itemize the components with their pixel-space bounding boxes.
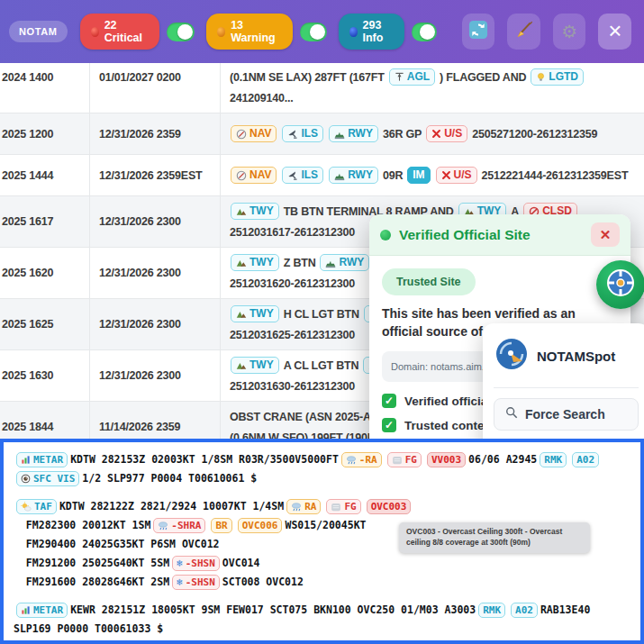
tag-label: FG (344, 500, 356, 513)
tag-label: U/S (444, 127, 462, 141)
vv003-tag[interactable]: VV003 (427, 452, 466, 467)
a02-tag[interactable]: A02 (511, 603, 538, 618)
ils-tag[interactable]: ILS (282, 125, 323, 142)
text-segment: SCT008 OVC012 (222, 576, 304, 588)
trusted-site-badge: Trusted Site (382, 268, 476, 295)
runway-icon (334, 170, 345, 181)
-ra-tag[interactable]: -RA (341, 452, 382, 467)
br-tag[interactable]: BR (211, 518, 231, 533)
start-time-cell: 2025 1844 (0, 402, 90, 441)
nav-tag[interactable]: NAV (231, 167, 277, 184)
notamspot-fab-button[interactable] (596, 260, 644, 309)
start-time-cell: 2025 1444 (0, 155, 90, 195)
tag-label: SFC VIS (33, 472, 75, 485)
check-icon: ✓ (382, 394, 396, 408)
text-segment: 09R (383, 169, 403, 182)
description-line: (0.1NM SE LAX) 287FT (167FTAGL) FLAGGED … (228, 67, 637, 108)
tag-label: TWY (249, 358, 274, 372)
taxiway-icon (236, 258, 247, 268)
metar-block: METARKEWR 282151Z 18005KT 9SM FEW017 SCT… (14, 601, 630, 639)
settings-button[interactable]: ⚙ (553, 14, 586, 50)
text-segment: 1/2 SLP977 P0004 T00610061 $ (82, 472, 257, 485)
text-segment: KDTW 282122Z 2821/2924 10007KT 1/4SM (59, 500, 284, 512)
filter-group-2: 293 Info (339, 14, 436, 50)
taf-tag[interactable]: TAF (16, 499, 57, 514)
close-overlay-button[interactable]: × (598, 14, 631, 50)
text-segment: 2512221444-2612312359EST (482, 169, 629, 182)
twy-tag[interactable]: TWY (231, 254, 279, 271)
ra-tag[interactable]: RA (286, 499, 321, 514)
ils-tag[interactable]: ILS (282, 167, 323, 184)
taxiway-icon (236, 206, 247, 217)
u-s-tag[interactable]: U/S (426, 125, 467, 142)
tag-label: TWY (249, 307, 274, 321)
end-time: 12/31/2026 2300 (99, 215, 181, 228)
twy-tag[interactable]: TWY (231, 305, 279, 322)
rwy-tag[interactable]: RWY (329, 125, 378, 142)
refresh-icon (468, 20, 488, 43)
sfc-vis-tag[interactable]: SFC VIS (16, 471, 79, 486)
-shsn-tag[interactable]: ❄-SHSN (172, 575, 220, 590)
tag-label: FG (405, 453, 417, 467)
twy-tag[interactable]: TWY (231, 203, 279, 220)
compass-icon (236, 170, 247, 181)
table-row[interactable]: 2024 140001/01/2027 0200OBST CRANE (ASN … (0, 63, 644, 113)
metar-block: METARKDTW 282153Z 02003KT 1/8SM R03R/350… (14, 450, 630, 488)
check-icon: ✓ (382, 418, 396, 432)
metar-tag[interactable]: METAR (16, 452, 68, 467)
table-row[interactable]: 2025 120012/31/2026 2359NAVILSRWY36R GPU… (0, 113, 644, 155)
filter-pill[interactable]: 293 Info (339, 14, 404, 50)
table-row[interactable]: 2025 144412/31/2026 2359ESTNAVILSRWY09RI… (0, 155, 644, 196)
lgtd-tag[interactable]: LGTD (531, 68, 584, 86)
end-time-cell: 01/01/2027 0200 (90, 63, 221, 113)
refresh-button[interactable] (462, 14, 495, 50)
u-s-tag[interactable]: U/S (436, 167, 477, 184)
filter-pill[interactable]: 22 Critical (80, 14, 160, 50)
rmk-tag[interactable]: RMK (540, 452, 567, 467)
nav-tag[interactable]: NAV (231, 125, 277, 142)
filter-toggle[interactable] (412, 23, 436, 41)
agl-tag[interactable]: AGL (389, 68, 435, 86)
gear-icon: ⚙ (561, 23, 577, 41)
weather-line: FM291600 28028G46KT 2SM❄-SHSNSCT008 OVC0… (14, 573, 630, 592)
text-segment: A CL LGT BTN (284, 359, 359, 372)
text-segment: Z BTN (284, 257, 316, 269)
weather-line: METARKEWR 282151Z 18005KT 9SM FEW017 SCT… (14, 601, 630, 639)
twy-tag[interactable]: TWY (231, 357, 279, 374)
end-time: 12/31/2026 2359EST (99, 169, 203, 182)
ovc003-tag[interactable]: OVC003 (367, 499, 412, 514)
rmk-tag[interactable]: RMK (478, 603, 505, 618)
tag-label: -SHSN (186, 576, 215, 589)
-shra-tag[interactable]: -SHRA (153, 518, 205, 533)
filter-toggle[interactable] (300, 23, 328, 41)
fg-tag[interactable]: FG (387, 452, 422, 467)
ovc006-tag[interactable]: OVC006 (238, 518, 283, 533)
fog-icon (392, 455, 403, 466)
tag-label: RWY (348, 127, 373, 141)
filter-pill[interactable]: 13 Warning (206, 14, 293, 50)
im-tag[interactable]: IM (407, 167, 430, 184)
end-time: 12/31/2026 2300 (99, 267, 181, 279)
force-search-button[interactable]: Force Search (494, 398, 639, 431)
rain-cloud-icon (346, 455, 357, 466)
text-segment: 2512031620-2612312300 (230, 277, 355, 290)
toggle-knob (310, 24, 325, 40)
filter-group-0: 22 Critical (80, 14, 195, 50)
start-time: 2025 1200 (2, 128, 53, 141)
a02-tag[interactable]: A02 (572, 452, 599, 467)
rwy-tag[interactable]: RWY (329, 167, 378, 184)
-shsn-tag[interactable]: ❄-SHSN (172, 556, 220, 571)
severity-dot-icon (217, 27, 225, 37)
end-time-cell: 12/31/2026 2300 (90, 350, 221, 401)
taxiway-icon (236, 309, 247, 320)
metar-tag[interactable]: METAR (16, 603, 68, 618)
tag-label: A02 (576, 453, 594, 467)
rwy-tag[interactable]: RWY (320, 254, 369, 271)
text-segment: (0.1NM SE LAX) 287FT (167FT (230, 71, 385, 84)
tag-label: NAV (249, 127, 271, 141)
toggle-knob (420, 24, 435, 40)
filter-toggle[interactable] (167, 23, 194, 41)
clean-button[interactable] (507, 14, 540, 50)
fg-tag[interactable]: FG (326, 499, 360, 514)
verified-popup-close-button[interactable]: ✕ (591, 222, 620, 247)
